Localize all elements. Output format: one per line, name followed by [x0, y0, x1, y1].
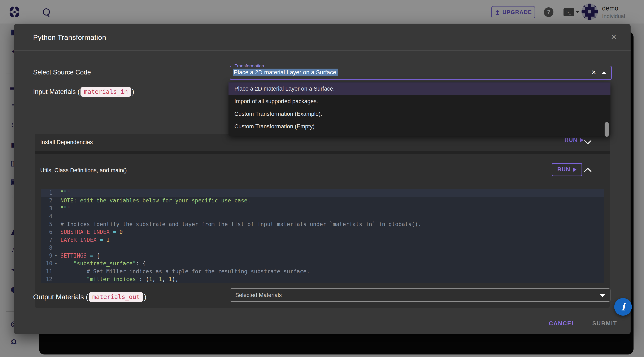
- code-line: 3""": [41, 204, 604, 212]
- code-line: 11 # Set Miller indices as a tuple for t…: [41, 267, 604, 275]
- selected-materials-value: Selected Materials: [235, 292, 282, 298]
- close-icon[interactable]: ×: [609, 32, 619, 42]
- code-line: 12 "miller_indices": (1, 1, 1),: [41, 275, 604, 283]
- code-text: """: [60, 190, 70, 196]
- line-number: 5: [41, 221, 52, 227]
- info-button[interactable]: i: [614, 298, 632, 316]
- line-number: 2: [41, 197, 52, 204]
- materials-out-chip: materials_out: [89, 292, 143, 302]
- utils-main-title: Utils, Class Definitions, and main(): [40, 167, 127, 174]
- line-number: 8: [41, 245, 52, 251]
- transformation-option[interactable]: Custom Transformation (Empty): [228, 120, 610, 133]
- line-number: 4: [41, 213, 52, 219]
- chevron-down-icon[interactable]: [600, 294, 605, 297]
- code-line: 1""": [41, 189, 604, 197]
- code-line: 9▾SETTINGS = {: [41, 252, 604, 260]
- code-text: NOTE: edit the variables below for your …: [60, 197, 251, 204]
- output-materials-label: Output Materials ( materials_out ): [33, 292, 146, 302]
- clear-icon[interactable]: ×: [590, 68, 597, 76]
- transformation-select-label: Transformation: [233, 63, 266, 68]
- line-number: 1: [41, 190, 52, 196]
- python-transformation-dialog: Python Transformation × Select Source Co…: [14, 24, 630, 334]
- submit-button[interactable]: SUBMIT: [589, 318, 621, 329]
- code-text: "miller_indices": (1, 1, 1),: [60, 276, 178, 282]
- code-text: """: [60, 205, 70, 212]
- install-dependencies-section[interactable]: Install Dependencies RUN: [35, 134, 610, 151]
- code-editor[interactable]: 1"""2NOTE: edit the variables below for …: [41, 189, 604, 283]
- chevron-down-icon[interactable]: [584, 140, 592, 145]
- fold-icon[interactable]: ▾: [52, 261, 60, 266]
- play-icon: [580, 138, 584, 142]
- code-line: 5# Indices identify the substrate and la…: [41, 220, 604, 228]
- code-line: 8: [41, 244, 604, 252]
- run-utils-button[interactable]: RUN: [552, 163, 582, 176]
- code-text: SETTINGS = {: [60, 252, 100, 259]
- fold-icon[interactable]: ▾: [52, 253, 60, 258]
- materials-in-chip: materials_in: [80, 87, 131, 97]
- transformation-option[interactable]: Place a 2D material Layer on a Surface.: [228, 83, 610, 95]
- install-dependencies-title: Install Dependencies: [40, 139, 93, 146]
- transformation-options-menu: Place a 2D material Layer on a Surface.I…: [228, 82, 610, 136]
- header-divider: [14, 50, 630, 51]
- code-text: "substrate_surface": {: [60, 260, 146, 267]
- selected-materials-select[interactable]: Selected Materials: [230, 288, 610, 302]
- line-number: 9: [41, 252, 52, 259]
- dialog-title: Python Transformation: [33, 33, 106, 42]
- screen: UPGRADE ? >_ demo Individual ▦+▬≡∷◼◫▣◔◭∴…: [0, 0, 644, 357]
- transformation-option[interactable]: Custom Transformation (Example).: [228, 108, 610, 120]
- line-number: 3: [41, 205, 52, 212]
- play-icon: [573, 167, 576, 172]
- run-install-button[interactable]: RUN: [563, 137, 585, 143]
- line-number: 11: [41, 268, 52, 274]
- code-line: 4: [41, 212, 604, 220]
- line-number: 6: [41, 229, 52, 235]
- select-source-code-label: Select Source Code: [33, 69, 91, 76]
- code-text: LAYER_INDEX = 1: [60, 237, 110, 243]
- code-text: SUBSTRATE_INDEX = 0: [60, 229, 123, 235]
- section-gap: [35, 151, 610, 154]
- utils-main-section: Utils, Class Definitions, and main() RUN…: [35, 154, 610, 308]
- input-materials-label: Input Materials ( materials_in ): [33, 87, 134, 97]
- code-line: 2NOTE: edit the variables below for your…: [41, 197, 604, 205]
- code-text: # Indices identify the substrate and lay…: [60, 221, 421, 227]
- transformation-select[interactable]: Transformation Place a 2D material Layer…: [230, 66, 612, 80]
- line-number: 7: [41, 237, 52, 243]
- transformation-option[interactable]: Import of all supported packages.: [228, 95, 610, 108]
- code-line: 10▾ "substrate_surface": {: [41, 260, 604, 268]
- dialog-actions: CANCEL SUBMIT: [545, 318, 621, 329]
- cancel-button[interactable]: CANCEL: [545, 318, 580, 329]
- transformation-select-value: Place a 2D material Layer on a Surface.: [233, 69, 338, 76]
- code-text: # Set Miller indices as a tuple for the …: [60, 268, 310, 274]
- menu-scrollbar-thumb[interactable]: [604, 122, 609, 137]
- line-number: 12: [41, 276, 52, 282]
- line-number: 10: [41, 260, 52, 267]
- code-line: 6SUBSTRATE_INDEX = 0: [41, 228, 604, 236]
- code-line: 7LAYER_INDEX = 1: [41, 236, 604, 244]
- chevron-up-icon[interactable]: [602, 71, 606, 74]
- chevron-up-icon[interactable]: [584, 168, 592, 172]
